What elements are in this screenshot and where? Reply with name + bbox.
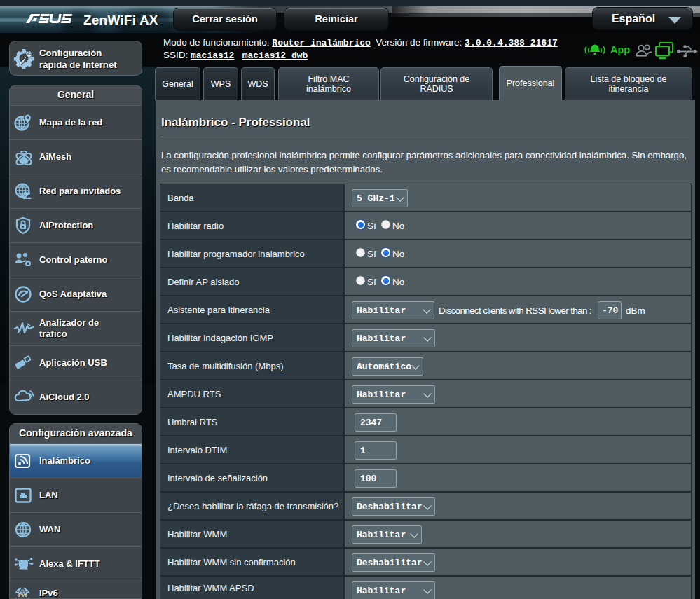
svg-text:IPV6: IPV6 xyxy=(18,593,27,598)
